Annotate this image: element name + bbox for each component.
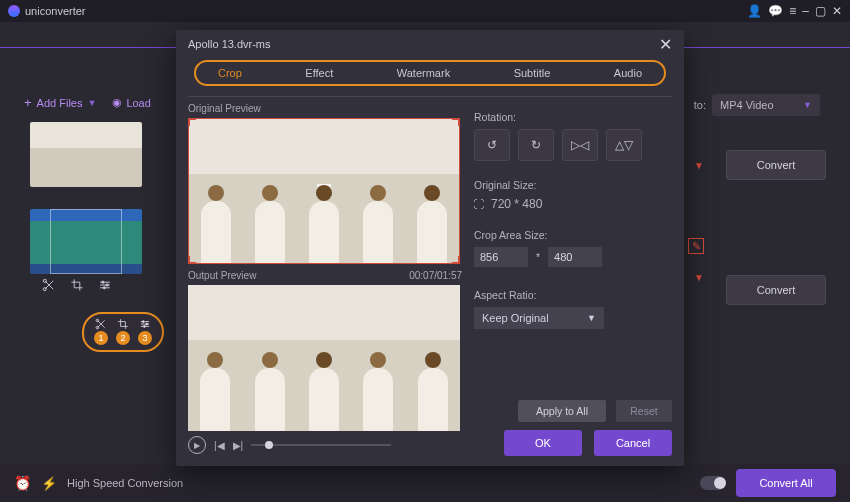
app-logo-icon [8,5,20,17]
output-format-value: MP4 Video [720,99,774,111]
media-thumbnail[interactable] [30,209,142,274]
svg-point-0 [96,326,99,329]
original-size-label: Original Size: [474,179,672,191]
cancel-button[interactable]: Cancel [594,430,672,456]
menu-icon[interactable]: ≡ [789,4,796,18]
convert-button[interactable]: Convert [726,150,826,180]
chat-icon[interactable]: 💬 [768,4,783,18]
svg-point-1 [96,319,99,322]
chevron-down-icon: ▼ [803,100,812,110]
flip-horizontal-button[interactable]: ▷◁ [562,129,598,161]
chevron-down-icon: ▼ [587,313,596,323]
callout-num: 3 [138,331,152,345]
aspect-ratio-value: Keep Original [482,312,549,324]
merge-toggle[interactable] [700,476,726,490]
editor-tabs: Crop Effect Watermark Subtitle Audio [194,60,666,86]
high-speed-label: High Speed Conversion [67,477,183,489]
format-chevron-icon[interactable]: ▼ [694,160,704,171]
rotation-label: Rotation: [474,111,672,123]
convert-all-button[interactable]: Convert All [736,469,836,497]
tab-crop[interactable]: Crop [218,67,242,79]
adjust-icon[interactable] [98,278,112,292]
edit-tools-row [42,278,150,292]
apply-to-all-button[interactable]: Apply to All [518,400,606,422]
ok-button[interactable]: OK [504,430,582,456]
trim-icon[interactable] [42,278,56,292]
rotate-ccw-button[interactable]: ↺ [474,129,510,161]
clock-icon[interactable]: ⏰ [14,475,31,491]
svg-point-2 [142,321,144,323]
edit-tools-callout: 1 2 3 [82,312,164,352]
prev-frame-icon[interactable]: |◀ [214,440,225,451]
media-thumbnail[interactable] [30,122,142,187]
original-preview[interactable] [188,118,460,264]
svg-point-7 [102,281,104,283]
crop-editor-dialog: Apollo 13.dvr-ms ✕ Crop Effect Watermark… [176,30,684,466]
media-list: 1 2 3 [30,122,150,302]
output-to-label: to: [694,99,706,111]
expand-icon: ⛶ [474,198,485,210]
original-size-value: 720 * 480 [491,197,542,211]
svg-point-3 [146,323,148,325]
trim-icon[interactable] [94,318,108,330]
dialog-title: Apollo 13.dvr-ms [188,38,271,50]
close-icon[interactable]: ✕ [659,35,672,54]
format-chevron-icon[interactable]: ▼ [694,272,704,283]
tab-subtitle[interactable]: Subtitle [514,67,551,79]
close-button[interactable]: ✕ [832,4,842,18]
play-icon[interactable]: ▶ [188,436,206,454]
crop-handle-icon[interactable] [188,118,196,126]
svg-point-4 [143,325,145,327]
add-files-button[interactable]: + Add Files ▼ [24,95,96,110]
output-preview-label: Output Preview [188,270,256,281]
bolt-icon: ⚡ [41,476,57,491]
playback-row: ▶ |◀ ▶| [188,436,391,454]
app-name: uniconverter [25,5,86,17]
timecode: 00:07/01:57 [409,270,462,281]
brand: uniconverter [8,5,86,17]
crop-width-input[interactable]: 856 [474,247,528,267]
callout-num: 2 [116,331,130,345]
original-preview-label: Original Preview [188,103,462,114]
reset-button[interactable]: Reset [616,400,672,422]
load-button[interactable]: ◉ Load [112,96,150,109]
crop-area-label: Crop Area Size: [474,229,672,241]
seek-bar[interactable] [251,444,391,446]
svg-point-5 [43,288,46,291]
convert-column: Convert Convert [726,150,826,305]
crop-icon[interactable] [116,318,130,330]
chevron-down-icon[interactable]: ▼ [87,98,96,108]
svg-point-8 [106,284,108,286]
rotate-cw-button[interactable]: ↻ [518,129,554,161]
tab-divider [188,96,672,97]
svg-point-9 [103,287,105,289]
callout-num: 1 [94,331,108,345]
svg-point-6 [43,279,46,282]
next-frame-icon[interactable]: ▶| [233,440,244,451]
profile-icon[interactable]: 👤 [747,4,762,18]
convert-button[interactable]: Convert [726,275,826,305]
crop-icon[interactable] [70,278,84,292]
minimize-button[interactable]: – [802,4,809,18]
crop-height-input[interactable]: 480 [548,247,602,267]
adjust-icon[interactable] [138,318,152,330]
load-label: Load [126,97,150,109]
output-preview [188,285,460,431]
remove-item-icon[interactable]: ✎ [688,238,704,254]
toolbar: + Add Files ▼ ◉ Load [24,95,151,110]
disc-icon: ◉ [112,96,122,109]
bottom-bar: ⏰ ⚡ High Speed Conversion Convert All [0,464,850,502]
tab-watermark[interactable]: Watermark [397,67,450,79]
aspect-ratio-select[interactable]: Keep Original ▼ [474,307,604,329]
plus-icon: + [24,95,32,110]
flip-vertical-button[interactable]: △▽ [606,129,642,161]
add-files-label: Add Files [37,97,83,109]
title-bar: uniconverter 👤 💬 ≡ – ▢ ✕ [0,0,850,22]
output-format-select[interactable]: MP4 Video ▼ [712,94,820,116]
maximize-button[interactable]: ▢ [815,4,826,18]
crop-handle-icon[interactable] [452,118,460,126]
aspect-ratio-label: Aspect Ratio: [474,289,672,301]
times-symbol: * [536,251,540,263]
tab-audio[interactable]: Audio [614,67,642,79]
tab-effect[interactable]: Effect [305,67,333,79]
